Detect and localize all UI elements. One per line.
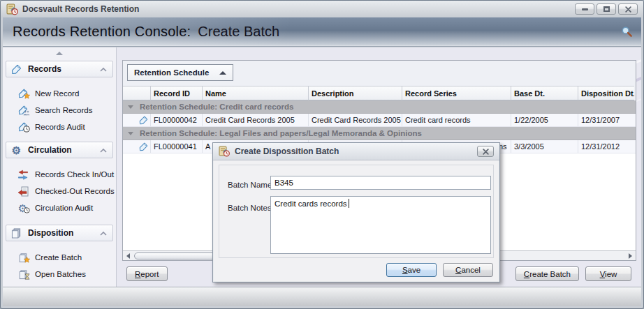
batch-notes-input[interactable]: Credit cards records: [270, 196, 491, 254]
section-label: Records: [28, 64, 61, 74]
dialog-title-bar[interactable]: Create Dispossition Batch: [213, 143, 499, 160]
window-title: Docsvault Records Retention: [22, 4, 139, 14]
sidebar-item-circulation-audit[interactable]: ⚙ Circulation Audit: [3, 199, 116, 216]
cancel-button[interactable]: Cancel: [443, 263, 493, 277]
collapse-triangle-icon: [128, 105, 133, 109]
sidebar-section-circulation[interactable]: ⚙ Circulation: [6, 142, 113, 158]
sidebar: Records New Record Search Records: [3, 47, 117, 287]
documents-icon: [10, 227, 22, 239]
window-controls: [575, 3, 638, 15]
report-button[interactable]: Report: [126, 266, 168, 281]
column-header-name[interactable]: Name: [203, 86, 309, 100]
scroll-left-button[interactable]: [123, 251, 133, 260]
cell-record-id: FL00000041: [151, 140, 203, 153]
scroll-right-button[interactable]: [625, 251, 636, 260]
cell-description: Credit Card Records 2005: [309, 114, 402, 126]
column-header-description[interactable]: Description: [309, 86, 402, 100]
sidebar-item-open-batches[interactable]: Open Batches: [3, 266, 116, 282]
sidebar-item-create-batch[interactable]: Create Batch: [3, 249, 116, 266]
dialog-body: Batch Name: Batch Notes: Credit cards re…: [213, 160, 499, 282]
sidebar-item-search-records[interactable]: Search Records: [3, 102, 116, 119]
column-header-record-id[interactable]: Record ID: [151, 86, 203, 100]
sidebar-item-new-record[interactable]: New Record: [3, 85, 116, 102]
batch-name-input[interactable]: [270, 176, 491, 190]
group-by-retention-schedule-button[interactable]: Retention Schedule: [127, 64, 233, 81]
table-row[interactable]: FL00000042 Credit Card Records 2005 Cred…: [123, 114, 636, 127]
title-bar: Docsvault Records Retention: [1, 1, 643, 17]
sidebar-item-records-audit[interactable]: Records Audit: [3, 119, 116, 135]
chevron-up-icon: [100, 64, 107, 74]
triangle-up-icon: [56, 52, 63, 55]
dialog-field-group: Batch Name: Batch Notes: Credit cards re…: [219, 165, 494, 258]
chevron-up-icon: [100, 228, 107, 238]
row-tag-icon: [123, 114, 151, 126]
close-button[interactable]: [618, 3, 638, 15]
column-header-record-series[interactable]: Record Series: [402, 86, 511, 100]
tag-icon: [10, 63, 22, 75]
maximize-button[interactable]: [597, 3, 616, 15]
minimize-button[interactable]: [575, 3, 594, 15]
minimize-icon: [582, 8, 588, 10]
sidebar-item-label: Open Batches: [35, 270, 86, 278]
sidebar-scroll-up[interactable]: [3, 49, 116, 57]
sidebar-item-records-check-in-out[interactable]: Records Check In/Out: [3, 166, 116, 183]
batch-name-label: Batch Name:: [228, 181, 274, 189]
sidebar-item-label: Records Check In/Out: [35, 170, 114, 179]
group-by-label: Retention Schedule: [134, 68, 209, 77]
group-row-credit-card-records[interactable]: Retention Schedule: Credit card records: [123, 100, 636, 114]
maximize-icon: [603, 6, 610, 12]
save-button[interactable]: Save: [386, 263, 437, 277]
create-batch-button[interactable]: Create Batch: [515, 266, 579, 281]
batch-notes-text: Credit cards records: [275, 199, 347, 208]
cell-base-dt: 1/22/2005: [511, 114, 578, 126]
column-header-base-dt[interactable]: Base Dt.: [511, 86, 578, 100]
group-row-label: Retention Schedule: Credit card records: [140, 103, 293, 111]
sidebar-item-checked-out-records[interactable]: Checked-Out Records: [3, 183, 116, 199]
page-subtitle: Create Batch: [198, 24, 279, 40]
app-window: Docsvault Records Retention Records Rete…: [0, 0, 644, 309]
sidebar-section-disposition[interactable]: Disposition: [6, 225, 113, 241]
check-in-out-icon: [17, 169, 29, 180]
cell-name: Credit Card Records 2005: [203, 114, 309, 126]
sidebar-item-label: Create Batch: [35, 253, 82, 262]
dialog-close-button[interactable]: [477, 146, 494, 157]
search-icon[interactable]: [621, 26, 633, 38]
column-header-indicator[interactable]: [123, 86, 151, 100]
group-row-legal-files[interactable]: Retention Schedule: Legal Files and pape…: [123, 127, 636, 140]
checked-out-icon: [17, 186, 29, 197]
status-bar: [3, 287, 641, 306]
tag-new-icon: [17, 88, 29, 99]
documents-new-icon: [17, 252, 29, 263]
close-icon: [625, 6, 631, 13]
grid-header-row: Record ID Name Description Record Series…: [123, 86, 636, 100]
cell-base-dt: 3/3/2005: [511, 140, 578, 153]
section-label: Circulation: [28, 145, 72, 155]
sidebar-item-label: Search Records: [35, 106, 92, 114]
batch-notes-label: Batch Notes:: [228, 204, 274, 212]
docsvault-app-icon: [6, 3, 18, 15]
sidebar-item-label: Records Audit: [35, 123, 85, 131]
collapse-triangle-icon: [128, 132, 133, 135]
create-disposition-batch-dialog: Create Dispossition Batch Batch Name: Ba…: [212, 142, 500, 282]
documents-open-icon: [17, 269, 29, 280]
cell-disposition-dt: 12/31/2007: [578, 114, 634, 126]
sidebar-section-records[interactable]: Records: [6, 61, 113, 77]
tag-audit-icon: [17, 121, 29, 133]
sidebar-item-label: Checked-Out Records: [35, 187, 115, 195]
group-row-label: Retention Schedule: Legal Files and pape…: [140, 129, 422, 137]
triangle-left-icon: [126, 253, 130, 259]
view-button[interactable]: View: [585, 266, 631, 281]
cell-disposition-dt: 12/31/2012: [578, 140, 634, 153]
sidebar-item-label: Circulation Audit: [35, 204, 93, 212]
sidebar-item-label: New Record: [35, 89, 79, 98]
grid-group-area: Retention Schedule: [123, 61, 636, 86]
cell-record-series: Credit card records: [402, 114, 511, 126]
page-header: Records Retention Console: Create Batch: [3, 17, 641, 47]
tag-search-icon: [17, 105, 29, 116]
docsvault-app-icon: [219, 146, 230, 157]
column-header-disposition-dt[interactable]: Disposition Dt.: [578, 86, 634, 100]
gear-icon: ⚙: [10, 144, 22, 156]
triangle-right-icon: [629, 253, 632, 259]
row-tag-icon: [123, 140, 151, 153]
text-caret: [349, 199, 349, 208]
